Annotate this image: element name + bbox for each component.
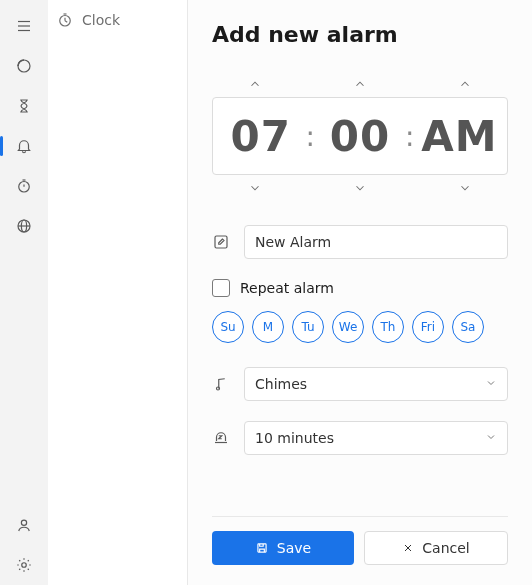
hour-value[interactable]: 07 — [221, 112, 300, 161]
ampm-down-button[interactable] — [423, 181, 508, 195]
nav-settings[interactable] — [0, 545, 48, 585]
app-title: Clock — [82, 12, 120, 28]
chevron-down-icon — [485, 430, 497, 446]
hour-up-button[interactable] — [212, 77, 297, 91]
stopwatch-icon — [15, 177, 33, 195]
clock-icon — [56, 11, 74, 29]
chevron-up-icon — [458, 77, 472, 91]
repeat-label: Repeat alarm — [240, 280, 334, 296]
music-note-icon — [212, 375, 230, 393]
panel-title: Add new alarm — [212, 22, 508, 47]
minute-down-button[interactable] — [317, 181, 402, 195]
minute-value[interactable]: 00 — [320, 112, 399, 161]
gear-icon — [15, 556, 33, 574]
menu-button[interactable] — [0, 6, 48, 46]
time-display[interactable]: 07 : 00 : AM — [212, 97, 508, 175]
snooze-dropdown[interactable]: 10 minutes — [244, 421, 508, 455]
svg-point-11 — [22, 563, 27, 568]
nav-timer[interactable] — [0, 86, 48, 126]
day-fr[interactable]: Fri — [412, 311, 444, 343]
day-we[interactable]: We — [332, 311, 364, 343]
snooze-icon — [212, 429, 230, 447]
hour-down-button[interactable] — [212, 181, 297, 195]
time-separator: : — [400, 120, 420, 153]
snooze-value: 10 minutes — [255, 430, 334, 446]
day-tu[interactable]: Tu — [292, 311, 324, 343]
sound-value: Chimes — [255, 376, 307, 392]
nav-focus-sessions[interactable] — [0, 46, 48, 86]
nav-alarm[interactable] — [0, 126, 48, 166]
repeat-checkbox[interactable] — [212, 279, 230, 297]
ampm-up-button[interactable] — [423, 77, 508, 91]
chevron-up-icon — [248, 77, 262, 91]
svg-rect-16 — [215, 236, 227, 248]
day-su[interactable]: Su — [212, 311, 244, 343]
globe-icon — [15, 217, 33, 235]
day-th[interactable]: Th — [372, 311, 404, 343]
cancel-button[interactable]: Cancel — [364, 531, 508, 565]
time-picker: 07 : 00 : AM — [212, 71, 508, 201]
alarm-name-value: New Alarm — [255, 234, 331, 250]
day-sa[interactable]: Sa — [452, 311, 484, 343]
add-alarm-panel: Add new alarm 07 : 00 : AM — [188, 0, 532, 585]
save-icon — [255, 541, 269, 555]
ampm-value[interactable]: AM — [420, 112, 499, 161]
save-label: Save — [277, 540, 311, 556]
save-button[interactable]: Save — [212, 531, 354, 565]
minute-up-button[interactable] — [317, 77, 402, 91]
nav-rail — [0, 0, 48, 585]
svg-point-10 — [21, 520, 26, 525]
cancel-label: Cancel — [422, 540, 469, 556]
alarm-name-input[interactable]: New Alarm — [244, 225, 508, 259]
day-selector: Su M Tu We Th Fri Sa — [212, 311, 508, 343]
svg-line-14 — [65, 21, 67, 23]
hourglass-icon — [15, 97, 33, 115]
menu-icon — [15, 17, 33, 35]
nav-world-clock[interactable] — [0, 206, 48, 246]
chevron-down-icon — [353, 181, 367, 195]
list-pane: Clock — [48, 0, 188, 585]
chevron-up-icon — [353, 77, 367, 91]
time-separator: : — [300, 120, 320, 153]
sound-dropdown[interactable]: Chimes — [244, 367, 508, 401]
close-icon — [402, 542, 414, 554]
svg-point-17 — [217, 387, 220, 390]
chevron-down-icon — [248, 181, 262, 195]
person-icon — [15, 516, 33, 534]
chevron-down-icon — [485, 376, 497, 392]
nav-account[interactable] — [0, 505, 48, 545]
edit-icon — [212, 233, 230, 251]
chevron-down-icon — [458, 181, 472, 195]
focus-icon — [15, 57, 33, 75]
nav-stopwatch[interactable] — [0, 166, 48, 206]
day-mo[interactable]: M — [252, 311, 284, 343]
bell-icon — [15, 137, 33, 155]
